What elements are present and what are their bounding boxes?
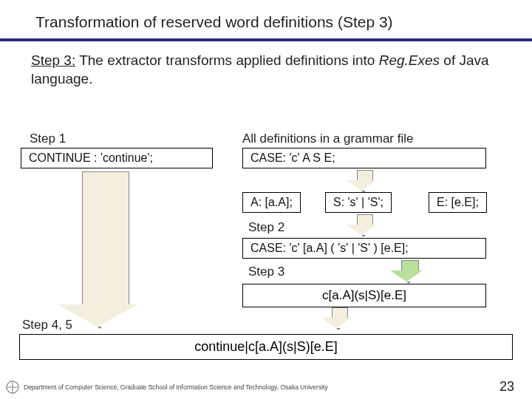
slide-title: Transformation of reserved word definiti… xyxy=(0,0,532,38)
intro-step-label: Step 3: xyxy=(31,52,75,68)
arrow-continue-down-icon xyxy=(74,171,137,327)
intro-text: Step 3: The extractor transforms applied… xyxy=(0,52,532,88)
intro-italic: Reg.Exes xyxy=(379,52,440,68)
step1-label: Step 1 xyxy=(30,132,66,146)
step45-label: Step 4, 5 xyxy=(22,318,72,332)
page-number: 23 xyxy=(499,379,526,395)
step2-label: Step 2 xyxy=(248,220,284,235)
arrow-case-down-icon xyxy=(353,170,376,191)
university-logo-icon xyxy=(6,381,19,394)
a-definition-box: A: [a.A]; xyxy=(242,192,301,213)
footer-left: Department of Computer Science, Graduate… xyxy=(6,381,328,394)
arrow-step3-icon xyxy=(398,260,423,282)
case-definition-box: CASE: 'c' A S E; xyxy=(242,148,486,168)
e-definition-box: E: [e.E]; xyxy=(429,192,487,213)
all-definitions-label: All definitions in a grammar file xyxy=(242,132,413,146)
continue-definition-box: CONTINUE : 'continue'; xyxy=(21,148,213,168)
regex-case-box: c[a.A](s|S)[e.E] xyxy=(242,284,486,307)
intro-part-a: The extractor transforms applied definit… xyxy=(75,52,378,68)
step3-label: Step 3 xyxy=(248,265,284,279)
arrow-final-icon xyxy=(328,307,351,328)
footer-affiliation: Department of Computer Science, Graduate… xyxy=(24,383,328,391)
title-rule xyxy=(0,38,532,41)
s-definition-box: S: 's' | 'S'; xyxy=(325,192,392,213)
arrow-step2-icon xyxy=(353,214,376,235)
footer: Department of Computer Science, Graduate… xyxy=(6,379,526,395)
regex-final-box: continue|c[a.A](s|S)[e.E] xyxy=(19,334,513,360)
case-expanded-box: CASE: 'c' [a.A] ( 's' | 'S' ) [e.E]; xyxy=(242,238,486,259)
